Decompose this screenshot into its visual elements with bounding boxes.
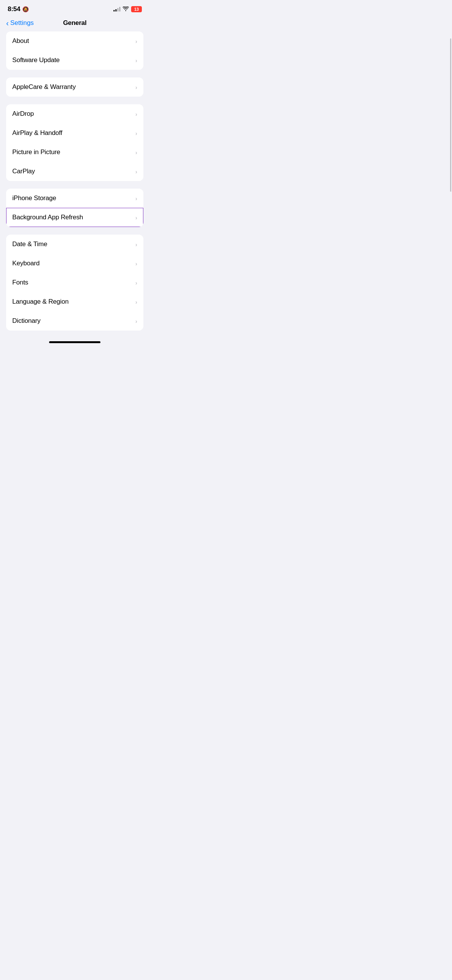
fonts-label: Fonts (12, 279, 28, 286)
iphone-storage-chevron-icon: › (135, 195, 137, 202)
page-title: General (63, 19, 86, 27)
about-chevron-icon: › (135, 38, 137, 44)
battery-level: 13 (134, 7, 139, 12)
signal-bar-4 (119, 7, 120, 12)
dictionary-row[interactable]: Dictionary › (6, 311, 143, 331)
background-app-refresh-chevron-icon: › (135, 214, 137, 221)
settings-group-6: Date & Time › Keyboard › Fonts › Languag… (6, 235, 143, 331)
status-right-icons: 13 (113, 6, 142, 12)
carplay-label: CarPlay (12, 168, 35, 175)
home-indicator (0, 338, 150, 347)
settings-group-4: iPhone Storage › (6, 189, 143, 208)
background-app-refresh-label: Background App Refresh (12, 214, 83, 221)
language-region-row[interactable]: Language & Region › (6, 292, 143, 311)
picture-in-picture-chevron-icon: › (135, 149, 137, 156)
settings-content: About › Software Update › AppleCare & Wa… (0, 31, 150, 331)
back-chevron-icon: ‹ (6, 19, 9, 27)
airdrop-row[interactable]: AirDrop › (6, 104, 143, 123)
signal-bar-3 (117, 8, 118, 12)
fonts-chevron-icon: › (135, 280, 137, 286)
date-time-row[interactable]: Date & Time › (6, 235, 143, 254)
settings-group-1: About › Software Update › (6, 31, 143, 70)
settings-group-5: Background App Refresh › (6, 208, 143, 227)
language-region-chevron-icon: › (135, 299, 137, 305)
wifi-icon (123, 7, 129, 12)
status-bar: 8:54 🔕 13 (0, 0, 150, 16)
settings-group-2: AppleCare & Warranty › (6, 77, 143, 97)
navigation-header: ‹ Settings General (0, 16, 150, 31)
about-label: About (12, 37, 29, 45)
dictionary-label: Dictionary (12, 317, 41, 325)
applecare-row[interactable]: AppleCare & Warranty › (6, 77, 143, 97)
notifications-off-icon: 🔕 (22, 6, 29, 12)
carplay-row[interactable]: CarPlay › (6, 162, 143, 181)
language-region-label: Language & Region (12, 298, 69, 306)
battery-icon: 13 (131, 6, 142, 12)
iphone-storage-row[interactable]: iPhone Storage › (6, 189, 143, 208)
signal-bar-1 (113, 10, 115, 12)
back-button[interactable]: ‹ Settings (6, 19, 34, 27)
about-row[interactable]: About › (6, 31, 143, 51)
airplay-handoff-chevron-icon: › (135, 130, 137, 136)
airplay-handoff-row[interactable]: AirPlay & Handoff › (6, 123, 143, 143)
picture-in-picture-label: Picture in Picture (12, 148, 60, 156)
airdrop-label: AirDrop (12, 110, 34, 118)
keyboard-label: Keyboard (12, 260, 39, 267)
keyboard-chevron-icon: › (135, 260, 137, 267)
time-label: 8:54 (8, 5, 20, 13)
picture-in-picture-row[interactable]: Picture in Picture › (6, 143, 143, 162)
airplay-handoff-label: AirPlay & Handoff (12, 129, 62, 137)
date-time-chevron-icon: › (135, 241, 137, 248)
signal-icon (113, 7, 120, 12)
applecare-chevron-icon: › (135, 84, 137, 90)
fonts-row[interactable]: Fonts › (6, 273, 143, 292)
signal-bar-2 (115, 9, 117, 12)
keyboard-row[interactable]: Keyboard › (6, 254, 143, 273)
applecare-label: AppleCare & Warranty (12, 83, 76, 91)
airdrop-chevron-icon: › (135, 111, 137, 117)
background-app-refresh-row[interactable]: Background App Refresh › (6, 208, 143, 227)
iphone-storage-label: iPhone Storage (12, 194, 56, 202)
software-update-label: Software Update (12, 56, 60, 64)
settings-group-3: AirDrop › AirPlay & Handoff › Picture in… (6, 104, 143, 181)
carplay-chevron-icon: › (135, 168, 137, 175)
dictionary-chevron-icon: › (135, 318, 137, 324)
software-update-chevron-icon: › (135, 57, 137, 64)
software-update-row[interactable]: Software Update › (6, 51, 143, 70)
status-time: 8:54 🔕 (8, 5, 29, 13)
home-bar (49, 341, 100, 343)
date-time-label: Date & Time (12, 240, 47, 248)
back-label: Settings (10, 19, 34, 27)
